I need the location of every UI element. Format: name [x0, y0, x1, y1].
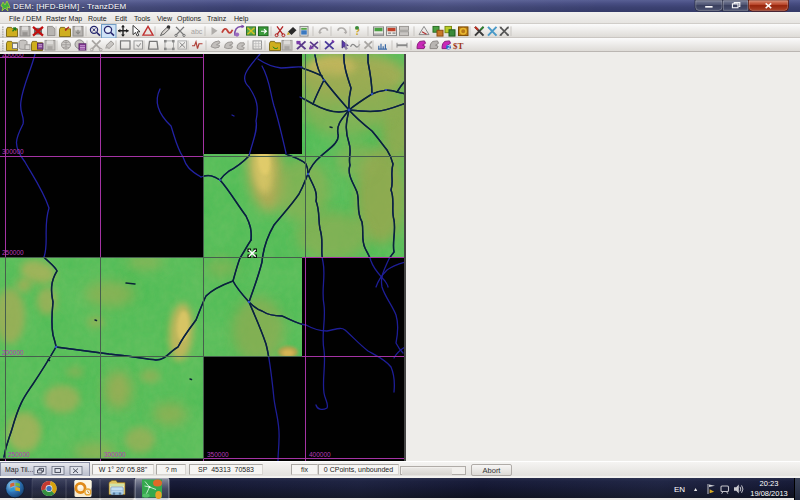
- svg-text:300000: 300000: [2, 148, 24, 155]
- svg-text:200000: 200000: [2, 349, 24, 356]
- svg-text:2: 2: [447, 44, 450, 50]
- svg-text:EN: EN: [674, 485, 685, 494]
- svg-text:250000: 250000: [2, 249, 24, 256]
- svg-text:300000: 300000: [104, 451, 126, 458]
- svg-text:abc: abc: [191, 28, 203, 35]
- svg-text:250000: 250000: [2, 54, 24, 58]
- svg-text:250000: 250000: [8, 451, 30, 458]
- svg-text:400000: 400000: [309, 451, 331, 458]
- svg-text:350000: 350000: [207, 451, 229, 458]
- svg-text:$T: $T: [453, 41, 464, 51]
